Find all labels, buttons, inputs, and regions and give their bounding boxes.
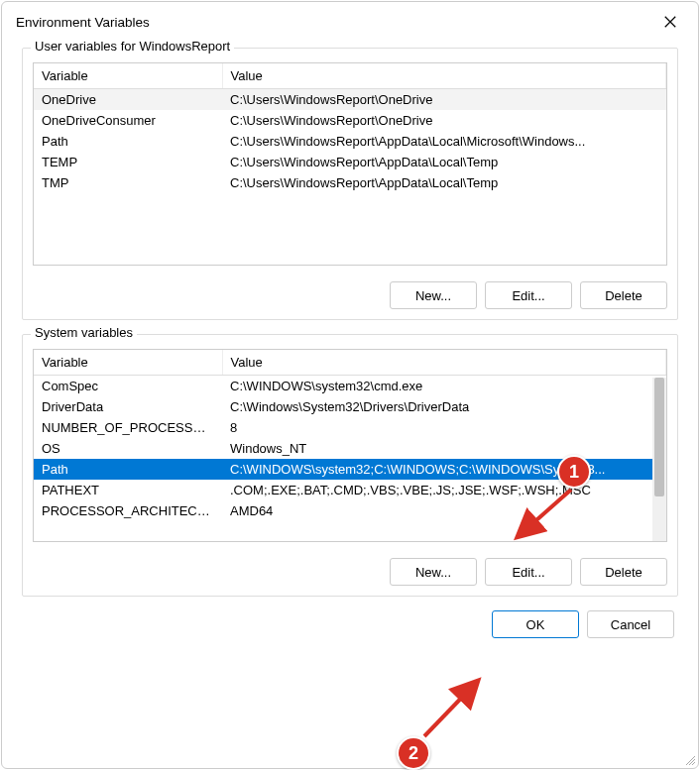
cell-value: C:\Users\WindowsReport\OneDrive [222,110,666,131]
column-header-variable[interactable]: Variable [34,63,222,89]
user-new-button[interactable]: New... [390,281,477,309]
cell-variable: TEMP [34,152,222,172]
user-variables-group: User variables for WindowsReport Variabl… [22,48,678,320]
system-button-row: New... Edit... Delete [33,558,667,586]
table-row[interactable]: TEMPC:\Users\WindowsReport\AppData\Local… [34,152,666,172]
close-button[interactable] [654,10,686,34]
annotation-arrow-2 [418,675,488,744]
resize-grip-icon[interactable] [683,753,695,765]
table-row[interactable]: NUMBER_OF_PROCESSORS8 [34,417,666,438]
table-row[interactable]: OneDriveConsumerC:\Users\WindowsReport\O… [34,110,666,131]
cell-variable: DriverData [34,396,222,417]
annotation-badge-1: 1 [557,455,591,489]
svg-line-1 [424,683,476,736]
cell-value: C:\Users\WindowsReport\OneDrive [222,89,666,111]
cell-variable: Path [34,459,222,480]
table-row[interactable]: OneDriveC:\Users\WindowsReport\OneDrive [34,89,666,111]
user-edit-button[interactable]: Edit... [485,281,572,309]
table-row[interactable]: TMPC:\Users\WindowsReport\AppData\Local\… [34,172,666,193]
cell-value: C:\Users\WindowsReport\AppData\Local\Mic… [222,131,666,152]
user-button-row: New... Edit... Delete [33,281,667,309]
cell-value: C:\Users\WindowsReport\AppData\Local\Tem… [222,152,666,172]
cell-value: 8 [222,417,666,438]
cell-variable: OneDrive [34,89,222,111]
column-header-value[interactable]: Value [222,63,666,89]
ok-button[interactable]: OK [492,610,579,638]
cell-value: .COM;.EXE;.BAT;.CMD;.VBS;.VBE;.JS;.JSE;.… [222,480,666,500]
environment-variables-dialog: Environment Variables User variables for… [1,1,699,769]
column-header-value[interactable]: Value [222,350,666,376]
scrollbar[interactable] [652,378,666,541]
cell-variable: TMP [34,172,222,193]
close-icon [663,15,677,29]
cell-value: C:\Users\WindowsReport\AppData\Local\Tem… [222,172,666,193]
system-new-button[interactable]: New... [390,558,477,586]
system-group-label: System variables [31,325,137,340]
cell-variable: ComSpec [34,376,222,397]
window-title: Environment Variables [16,15,150,30]
cancel-button[interactable]: Cancel [587,610,674,638]
user-delete-button[interactable]: Delete [580,281,667,309]
cell-variable: Path [34,131,222,152]
cell-value: Windows_NT [222,438,666,459]
system-delete-button[interactable]: Delete [580,558,667,586]
user-variables-table[interactable]: Variable Value OneDriveC:\Users\WindowsR… [33,62,667,266]
titlebar: Environment Variables [2,2,698,40]
cell-variable: OS [34,438,222,459]
dialog-button-row: OK Cancel [22,610,678,640]
system-edit-button[interactable]: Edit... [485,558,572,586]
dialog-content: User variables for WindowsReport Variabl… [2,40,698,768]
cell-value: C:\WINDOWS\system32;C:\WINDOWS;C:\WINDOW… [222,459,666,480]
cell-value: C:\Windows\System32\Drivers\DriverData [222,396,666,417]
cell-variable: OneDriveConsumer [34,110,222,131]
cell-value: AMD64 [222,500,666,521]
cell-value: C:\WINDOWS\system32\cmd.exe [222,376,666,397]
annotation-badge-2: 2 [397,736,430,770]
scrollbar-thumb[interactable] [654,378,664,496]
cell-variable: PROCESSOR_ARCHITECTU... [34,500,222,521]
table-row[interactable]: ComSpecC:\WINDOWS\system32\cmd.exe [34,376,666,397]
table-row[interactable]: DriverDataC:\Windows\System32\Drivers\Dr… [34,396,666,417]
table-row[interactable]: PathC:\Users\WindowsReport\AppData\Local… [34,131,666,152]
svg-line-0 [520,490,571,535]
cell-variable: NUMBER_OF_PROCESSORS [34,417,222,438]
column-header-variable[interactable]: Variable [34,350,222,376]
user-group-label: User variables for WindowsReport [31,39,234,54]
annotation-arrow-1 [510,484,581,543]
cell-variable: PATHEXT [34,480,222,500]
